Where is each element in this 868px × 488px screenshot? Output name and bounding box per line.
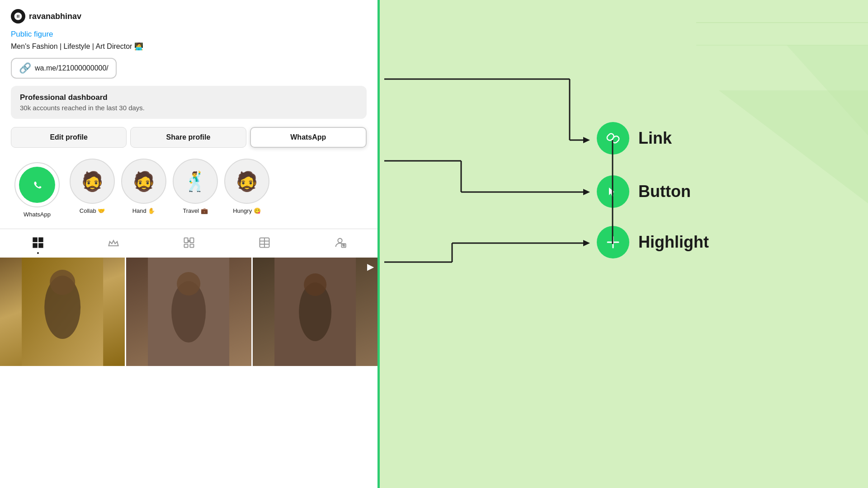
svg-rect-4 <box>38 244 43 249</box>
annotation-item-highlight: Highlight <box>597 226 709 258</box>
whatsapp-logo <box>19 167 55 203</box>
play-icon <box>183 236 195 252</box>
annotation-panel: Link Button Highlight <box>380 0 868 488</box>
highlight-item-whatsapp[interactable]: WhatsApp <box>11 159 63 221</box>
username-handle: ravanabhinav <box>29 12 81 21</box>
nav-item-grid[interactable] <box>0 234 75 255</box>
nav-item-guides[interactable] <box>226 234 302 255</box>
hand-avatar: 🧔 <box>122 160 165 203</box>
annotation-item-button: Button <box>597 175 691 208</box>
wa-link-text: wa.me/121000000000/ <box>35 64 108 72</box>
vertical-connector <box>612 140 613 244</box>
post-figure-2 <box>126 258 251 366</box>
professional-dashboard[interactable]: Professional dashboard 30k accounts reac… <box>11 86 367 119</box>
post-cell-3[interactable]: ▶ <box>253 258 377 366</box>
svg-point-22 <box>177 272 200 296</box>
hungry-highlight-circle: 🧔 <box>224 159 269 204</box>
threads-icon <box>11 9 25 23</box>
annotations-container: Link Button Highlight <box>380 0 868 488</box>
posts-grid: ▶ <box>0 258 377 366</box>
button-annotation-label: Button <box>638 182 691 201</box>
nav-item-reels[interactable] <box>151 234 226 255</box>
post-cell-2[interactable] <box>126 258 251 366</box>
svg-marker-37 <box>583 189 590 195</box>
hand-highlight-label: Hand ✋ <box>132 207 156 214</box>
wa-link-container[interactable]: 🔗 wa.me/121000000000/ <box>11 58 117 79</box>
threads-handle: ravanabhinav <box>11 9 367 23</box>
action-buttons: Edit profile Share profile WhatsApp <box>11 127 367 148</box>
edit-profile-button[interactable]: Edit profile <box>11 127 127 148</box>
collab-highlight-label: Collab 🤝 <box>80 207 105 214</box>
link-icon: 🔗 <box>19 62 31 74</box>
svg-rect-8 <box>190 244 193 248</box>
svg-rect-1 <box>33 238 38 243</box>
grid-icon <box>32 236 44 252</box>
svg-marker-33 <box>583 137 590 143</box>
svg-point-19 <box>50 270 75 295</box>
nav-item-tagged[interactable] <box>302 234 377 255</box>
whatsapp-highlight-circle <box>14 162 60 207</box>
crown-icon <box>107 236 120 252</box>
dashboard-title: Professional dashboard <box>20 93 358 102</box>
svg-rect-6 <box>190 238 193 243</box>
nav-item-crown[interactable] <box>75 234 151 255</box>
post-cell-1[interactable] <box>0 258 125 366</box>
hungry-avatar: 🧔 <box>225 160 269 203</box>
bio-text: Men's Fashion | Lifestyle | Art Director… <box>11 42 367 52</box>
travel-avatar: 🕺 <box>174 160 217 203</box>
svg-marker-41 <box>583 240 590 246</box>
svg-rect-3 <box>33 244 38 249</box>
whatsapp-button[interactable]: WhatsApp <box>250 127 367 148</box>
svg-rect-5 <box>184 238 188 243</box>
person-tag-icon <box>334 236 346 252</box>
hungry-highlight-label: Hungry 😋 <box>233 207 261 214</box>
link-annotation-label: Link <box>638 129 672 148</box>
book-icon <box>258 236 271 252</box>
highlight-item-collab[interactable]: 🧔 Collab 🤝 <box>70 159 115 221</box>
dashboard-subtitle: 30k accounts reached in the last 30 days… <box>20 104 358 112</box>
post-figure-1 <box>0 258 125 366</box>
svg-rect-7 <box>184 244 188 248</box>
svg-rect-2 <box>38 238 43 243</box>
svg-point-14 <box>338 239 342 243</box>
travel-highlight-circle: 🕺 <box>173 159 218 204</box>
highlight-item-hungry[interactable]: 🧔 Hungry 😋 <box>224 159 269 221</box>
travel-highlight-label: Travel 💼 <box>183 207 208 214</box>
whatsapp-highlight-label: WhatsApp <box>24 211 51 218</box>
svg-point-25 <box>304 273 326 296</box>
collab-highlight-circle: 🧔 <box>70 159 115 204</box>
bottom-navigation <box>0 229 377 258</box>
video-icon: ▶ <box>367 261 374 272</box>
post-figure-3 <box>253 258 377 366</box>
profile-section: ravanabhinav Public figure Men's Fashion… <box>0 0 377 229</box>
hand-highlight-circle: 🧔 <box>121 159 166 204</box>
phone-panel: ravanabhinav Public figure Men's Fashion… <box>0 0 380 488</box>
highlights-row: WhatsApp 🧔 Collab 🤝 🧔 Hand ✋ 🕺 <box>11 155 367 229</box>
public-figure-label: Public figure <box>11 30 367 39</box>
highlight-item-hand[interactable]: 🧔 Hand ✋ <box>121 159 166 221</box>
share-profile-button[interactable]: Share profile <box>130 127 246 148</box>
highlight-item-travel[interactable]: 🕺 Travel 💼 <box>173 159 218 221</box>
collab-avatar: 🧔 <box>71 160 114 203</box>
annotation-item-link: Link <box>597 122 672 155</box>
highlight-annotation-label: Highlight <box>638 233 709 252</box>
